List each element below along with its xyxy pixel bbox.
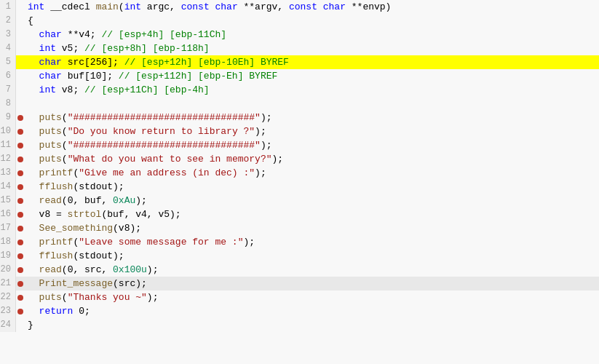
line-number: 12 — [0, 152, 16, 166]
code-token — [28, 237, 39, 248]
code-line: 14 fflush(stdout); — [0, 180, 599, 194]
code-token: ); — [255, 167, 266, 178]
code-token: // [esp+11Ch] [ebp-4h] — [84, 84, 210, 95]
line-number: 22 — [0, 290, 16, 304]
code-token — [28, 181, 39, 192]
breakpoint-dot — [17, 281, 23, 287]
breakpoint-area[interactable] — [16, 295, 25, 301]
code-token: puts — [39, 292, 62, 303]
code-token: src[256]; — [62, 57, 124, 68]
code-token — [28, 112, 39, 123]
breakpoint-dot — [17, 198, 23, 204]
line-number: 7 — [0, 83, 16, 97]
code-token: read — [39, 264, 62, 275]
line-number: 24 — [0, 318, 16, 332]
breakpoint-area[interactable] — [16, 281, 25, 287]
code-token — [28, 57, 39, 68]
line-number: 16 — [0, 207, 16, 221]
code-token: v5; — [56, 43, 84, 54]
code-token — [28, 126, 39, 137]
line-number: 9 — [0, 111, 16, 124]
code-token: v8 = — [28, 209, 68, 220]
code-token: const — [181, 1, 210, 12]
code-token — [28, 223, 39, 234]
breakpoint-area[interactable] — [16, 129, 25, 135]
breakpoint-area[interactable] — [16, 184, 25, 190]
code-token — [28, 278, 39, 289]
code-line: 17 See_something(v8); — [0, 221, 599, 235]
code-line: 20 read(0, src, 0x100u); — [0, 263, 599, 277]
code-line: 6 char buf[10]; // [esp+112h] [ebp-Eh] B… — [0, 69, 599, 83]
breakpoint-area[interactable] — [16, 143, 25, 149]
breakpoint-area[interactable] — [16, 253, 25, 259]
code-token: ); — [272, 154, 284, 165]
code-token: char — [39, 71, 62, 82]
code-token: ( — [62, 126, 68, 137]
line-number: 18 — [0, 235, 16, 249]
code-token: __cdecl — [44, 1, 95, 12]
code-line: 16 v8 = strtol(buf, v4, v5); — [0, 207, 599, 221]
code-content: v8 = strtol(buf, v4, v5); — [25, 207, 181, 221]
breakpoint-dot — [17, 212, 23, 218]
code-token: char — [39, 29, 62, 40]
code-line: 22 puts("Thanks you ~"); — [0, 290, 599, 304]
code-line: 13 printf("Give me an address (in dec) :… — [0, 166, 599, 180]
breakpoint-area[interactable] — [16, 170, 25, 176]
line-number: 20 — [0, 263, 16, 277]
breakpoint-dot — [17, 267, 23, 273]
code-token: puts — [39, 140, 62, 151]
line-number: 8 — [0, 97, 16, 111]
code-token: (v8); — [113, 223, 141, 234]
breakpoint-area[interactable] — [16, 212, 25, 218]
code-line: 2{ — [0, 14, 599, 28]
code-token: (0, src, — [62, 264, 113, 275]
breakpoint-area[interactable] — [16, 115, 25, 121]
code-content: int v8; // [esp+11Ch] [ebp-4h] — [25, 83, 210, 97]
code-token — [28, 140, 39, 151]
code-token: Print_message — [39, 278, 113, 289]
breakpoint-area[interactable] — [16, 157, 25, 162]
code-token — [317, 1, 323, 12]
code-content: puts("################################")… — [25, 138, 272, 152]
code-token: fflush — [39, 250, 74, 261]
code-token: int — [39, 43, 56, 54]
breakpoint-area[interactable] — [16, 226, 25, 232]
code-content: See_something(v8); — [25, 221, 141, 235]
code-token: "################################" — [68, 112, 261, 123]
code-token: ); — [243, 237, 255, 248]
code-token: return — [39, 306, 74, 317]
code-token: { — [28, 15, 33, 26]
breakpoint-area[interactable] — [16, 267, 25, 273]
code-content: char **v4; // [esp+4h] [ebp-11Ch] — [25, 28, 226, 41]
code-token: ( — [119, 1, 124, 12]
code-line: 24} — [0, 318, 599, 332]
code-token: printf — [39, 237, 74, 248]
breakpoint-area[interactable] — [16, 198, 25, 204]
breakpoint-dot — [17, 170, 23, 176]
breakpoint-dot — [17, 184, 23, 190]
code-line: 12 puts("What do you want to see in memo… — [0, 152, 599, 166]
code-line: 18 printf("Leave some message for me :")… — [0, 235, 599, 249]
code-token: "What do you want to see in memory?" — [68, 154, 272, 165]
code-token: // [esp+8h] [ebp-118h] — [84, 43, 210, 54]
code-content: puts("Do you know return to library ?"); — [25, 124, 266, 138]
breakpoint-dot — [17, 129, 23, 135]
code-token: read — [39, 195, 62, 206]
line-number: 19 — [0, 249, 16, 263]
code-token: ( — [62, 140, 68, 151]
code-line: 9 puts("################################… — [0, 111, 599, 124]
code-token: ); — [255, 126, 266, 137]
code-content: puts("Thanks you ~"); — [25, 290, 158, 304]
code-token: char — [215, 1, 238, 12]
code-line: 4 int v5; // [esp+8h] [ebp-118h] — [0, 41, 599, 55]
code-token: 0xAu — [113, 195, 135, 206]
code-token: } — [28, 320, 33, 331]
code-content: fflush(stdout); — [25, 249, 124, 263]
code-line: 19 fflush(stdout); — [0, 249, 599, 263]
breakpoint-area[interactable] — [16, 309, 25, 314]
code-token: ( — [62, 154, 68, 165]
breakpoint-area[interactable] — [16, 240, 25, 245]
code-token: // [esp+12h] [ebp-10Eh] BYREF — [124, 57, 289, 68]
code-content: { — [25, 14, 33, 28]
line-number: 21 — [0, 277, 16, 290]
